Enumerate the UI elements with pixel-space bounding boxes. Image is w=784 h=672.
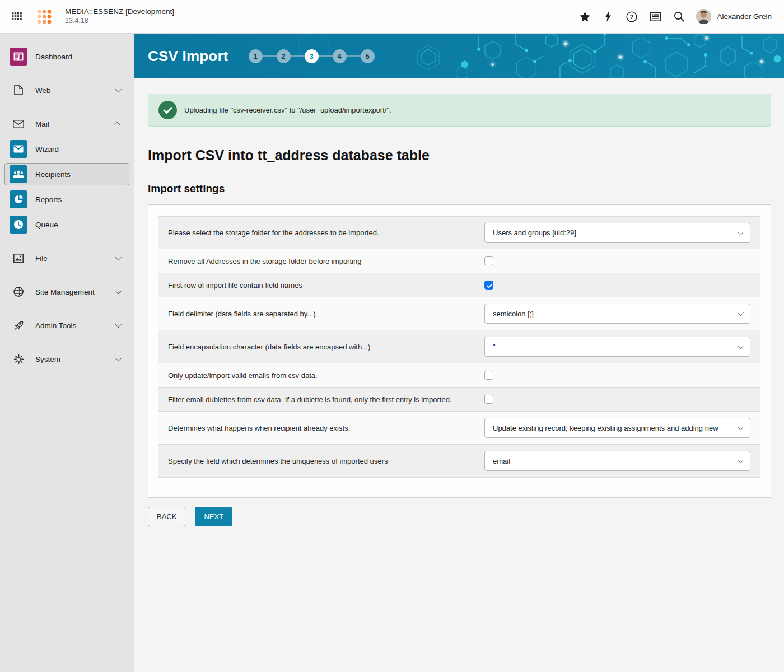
chevron-up-icon [114, 122, 120, 128]
gear-icon [10, 350, 27, 368]
sidebar-item-dashboard[interactable]: Dashboard [4, 45, 129, 68]
existing-recipient-select[interactable]: Update existing record, keeping existing… [484, 418, 750, 438]
form-row-field-delimiter: Field delimiter (data fields are separat… [158, 297, 760, 330]
form-row-remove-all: Remove all Addresses in the storage fold… [158, 249, 760, 273]
sidebar-item-label: Recipients [35, 170, 71, 179]
sidebar-item-label: File [35, 254, 48, 263]
back-button[interactable]: BACK [148, 507, 185, 526]
chevron-down-icon [115, 86, 122, 92]
field-label: First row of import file contain field n… [168, 281, 484, 290]
step-5[interactable]: 5 [361, 49, 375, 63]
step-connector [291, 55, 305, 57]
rocket-icon [10, 316, 27, 334]
sidebar-item-reports[interactable]: Reports [4, 188, 129, 211]
form-row-encapsulation: Field encapsulation character (data fiel… [158, 330, 760, 363]
sidebar-item-label: Reports [35, 195, 62, 204]
form-row-storage-folder: Please select the storage folder for the… [158, 216, 760, 249]
field-label: Only update/import valid emails from csv… [168, 371, 484, 380]
chevron-down-icon [738, 228, 744, 235]
chevron-down-icon [738, 457, 744, 463]
success-alert: Uploading file "csv-receiver.csv" to "/u… [148, 94, 771, 127]
help-icon[interactable]: ? [622, 7, 641, 26]
first-row-names-checkbox[interactable] [484, 281, 493, 290]
field-label: Filter email dublettes from csv data. If… [168, 395, 484, 404]
field-label: Remove all Addresses in the storage fold… [168, 257, 484, 265]
step-4[interactable]: 4 [333, 49, 347, 63]
avatar [696, 9, 711, 24]
step-1[interactable]: 1 [249, 49, 263, 63]
main-content: CSV Import 1 2 3 4 5 Uploading file "csv… [134, 34, 784, 672]
form-row-valid-emails: Only update/import valid emails from csv… [158, 363, 760, 388]
sidebar-item-file[interactable]: File [4, 247, 129, 269]
queue-clock-icon [10, 216, 27, 234]
chevron-down-icon [738, 310, 744, 316]
dashboard-icon [10, 48, 27, 66]
sidebar-item-queue[interactable]: Queue [4, 213, 129, 236]
encapsulation-select[interactable]: " [484, 337, 750, 357]
user-menu[interactable]: Alexander Grein [696, 9, 772, 24]
sidebar-item-label: Mail [35, 120, 49, 128]
recipients-icon [10, 165, 27, 183]
filter-dublettes-checkbox[interactable] [484, 395, 493, 404]
step-3-active[interactable]: 3 [305, 49, 319, 63]
typo3-logo [35, 7, 54, 26]
step-connector [263, 55, 277, 57]
svg-text:?: ? [630, 13, 634, 20]
form-row-uniqueness-field: Specify the field which determines the u… [158, 445, 760, 478]
storage-folder-select[interactable]: Users and groups [uid:29] [484, 223, 750, 243]
sidebar-item-label: Wizard [35, 145, 59, 153]
sidebar-item-mail[interactable]: Mail [4, 113, 129, 135]
sidebar-item-label: System [35, 355, 60, 363]
system-log-icon[interactable] [646, 7, 665, 26]
section-title: Import settings [148, 183, 771, 195]
form-row-existing-recipient: Determines what happens when recipient a… [158, 412, 760, 445]
wizard-steps: 1 2 3 4 5 [249, 49, 375, 63]
mail-icon [10, 115, 27, 133]
app-version: 13.4.18 [65, 17, 174, 26]
field-delimiter-select[interactable]: semicolon [;] [484, 304, 750, 324]
sidebar-item-admin-tools[interactable]: Admin Tools [4, 314, 129, 337]
step-2[interactable]: 2 [277, 49, 291, 63]
reports-icon [10, 190, 27, 208]
sidebar-item-label: Admin Tools [35, 321, 76, 330]
module-menu-icon[interactable] [7, 7, 27, 27]
sidebar-item-web[interactable]: Web [4, 79, 129, 101]
chevron-down-icon [738, 424, 744, 430]
step-connector [319, 55, 333, 57]
sidebar-item-wizard[interactable]: Wizard [4, 138, 129, 160]
chevron-down-icon [115, 288, 122, 294]
field-label: Field delimiter (data fields are separat… [168, 310, 484, 318]
field-label: Please select the storage folder for the… [168, 228, 484, 237]
wizard-icon [10, 140, 27, 158]
page-module-title: CSV Import [148, 48, 228, 65]
chevron-down-icon [115, 355, 122, 361]
sidebar-item-label: Dashboard [35, 53, 72, 61]
uniqueness-field-select[interactable]: email [484, 451, 750, 471]
chevron-down-icon [115, 254, 122, 260]
valid-emails-checkbox[interactable] [484, 371, 493, 380]
sidebar-item-system[interactable]: System [4, 348, 129, 370]
sidebar-item-label: Queue [35, 221, 58, 229]
remove-all-checkbox[interactable] [484, 256, 493, 265]
import-settings-panel: Please select the storage folder for the… [148, 204, 771, 498]
form-row-first-row-names: First row of import file contain field n… [158, 273, 760, 297]
module-header: CSV Import 1 2 3 4 5 [134, 34, 784, 78]
topbar: MEDIA::ESSENZ [Development] 13.4.18 ? [0, 0, 784, 34]
next-button[interactable]: NEXT [195, 507, 232, 526]
page-title: Import CSV into tt_address database tabl… [148, 147, 771, 164]
sidebar: Dashboard Web Mail Wiza [0, 34, 134, 672]
sidebar-item-recipients[interactable]: Recipients [4, 163, 129, 185]
search-icon[interactable] [669, 7, 688, 26]
sidebar-item-site-management[interactable]: Site Management [4, 281, 129, 303]
form-row-filter-dublettes: Filter email dublettes from csv data. If… [158, 388, 760, 412]
success-message: Uploading file "csv-receiver.csv" to "/u… [184, 106, 391, 114]
field-label: Specify the field which determines the u… [168, 457, 484, 465]
user-name: Alexander Grein [717, 12, 772, 21]
page-icon [10, 81, 27, 99]
clear-cache-bolt-icon[interactable] [599, 7, 618, 26]
bookmark-star-icon[interactable] [575, 7, 594, 26]
sidebar-item-label: Web [35, 86, 51, 95]
field-label: Determines what happens when recipient a… [168, 424, 484, 432]
globe-icon [10, 283, 27, 301]
image-icon [10, 249, 27, 267]
